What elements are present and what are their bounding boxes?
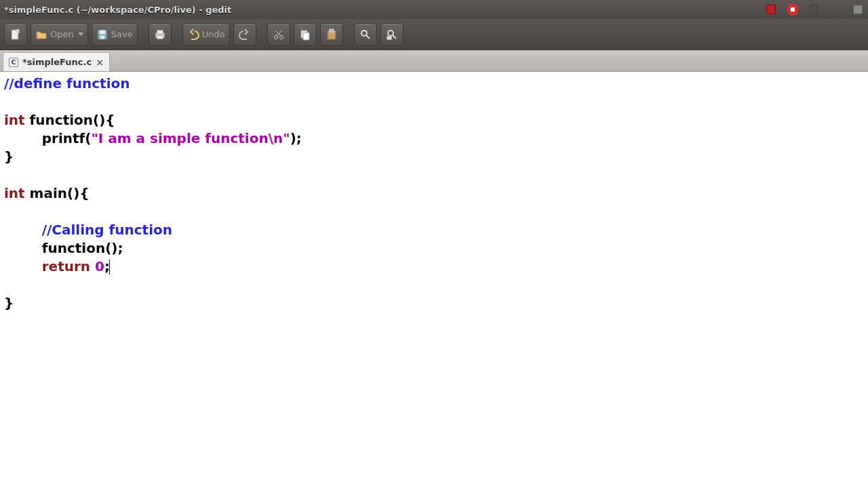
undo-label: Undo	[202, 29, 225, 39]
system-tray	[765, 3, 864, 16]
code-comment: //Calling function	[42, 222, 172, 238]
code-brace: }	[4, 148, 14, 165]
svg-rect-1	[16, 30, 19, 33]
code-brace: }	[4, 295, 14, 311]
title-bar: *simpleFunc.c (~/workspace/CPro/live) - …	[0, 0, 868, 19]
open-button[interactable]: Open	[31, 23, 88, 46]
code-type: int	[4, 185, 25, 201]
wifi-icon[interactable]	[830, 3, 842, 16]
code-type: int	[4, 112, 25, 128]
tab-bar: C *simpleFunc.c ×	[0, 50, 868, 72]
replace-button[interactable]	[380, 23, 403, 46]
window-title: *simpleFunc.c (~/workspace/CPro/live) - …	[4, 5, 765, 15]
new-file-button[interactable]	[4, 23, 27, 46]
code-comment: //define function	[4, 75, 130, 92]
svg-point-9	[279, 35, 283, 39]
svg-rect-7	[157, 36, 163, 39]
svg-rect-16	[387, 37, 391, 39]
code-number: 0	[95, 258, 104, 274]
save-label: Save	[111, 29, 133, 39]
paste-button[interactable]	[320, 23, 343, 46]
file-tab[interactable]: C *simpleFunc.c ×	[3, 52, 110, 71]
code-keyword: return	[42, 258, 90, 274]
code-text: function();	[42, 240, 123, 256]
close-tab-button[interactable]: ×	[96, 57, 104, 68]
find-button[interactable]	[354, 23, 377, 46]
code-string: "	[283, 130, 290, 146]
open-label: Open	[50, 29, 74, 39]
code-text	[90, 258, 95, 274]
code-text: );	[290, 130, 302, 146]
stop-record-icon[interactable]	[787, 3, 799, 16]
code-indent	[4, 130, 42, 146]
svg-rect-6	[157, 30, 163, 33]
code-string: "I am a simple function	[91, 130, 268, 146]
code-indent	[4, 258, 42, 274]
code-call: printf(	[42, 130, 92, 146]
code-editor[interactable]: //define function int function(){ printf…	[0, 72, 868, 315]
print-button[interactable]	[149, 23, 172, 46]
code-text: main(){	[25, 185, 90, 201]
window-max-icon[interactable]	[852, 3, 864, 16]
svg-point-14	[361, 30, 367, 36]
search-icon[interactable]	[808, 3, 821, 16]
undo-button[interactable]: Undo	[182, 23, 230, 46]
svg-point-8	[274, 35, 277, 39]
record-icon[interactable]	[765, 3, 777, 16]
tab-filename: *simpleFunc.c	[22, 57, 92, 67]
svg-point-15	[388, 30, 393, 36]
copy-button[interactable]	[294, 23, 317, 46]
code-escape: \n	[269, 130, 283, 146]
svg-rect-13	[330, 29, 334, 32]
svg-rect-4	[100, 36, 104, 39]
redo-button[interactable]	[233, 23, 256, 46]
file-type-icon: C	[9, 58, 18, 67]
code-text: function(){	[25, 112, 115, 128]
save-button[interactable]: Save	[92, 23, 138, 46]
code-indent	[4, 240, 42, 256]
cut-button[interactable]	[267, 23, 290, 46]
svg-rect-3	[100, 30, 105, 34]
chevron-down-icon	[78, 33, 83, 36]
code-indent	[4, 222, 42, 238]
text-cursor	[109, 260, 110, 274]
main-toolbar: Open Save Undo	[0, 19, 868, 50]
svg-rect-11	[303, 33, 309, 40]
